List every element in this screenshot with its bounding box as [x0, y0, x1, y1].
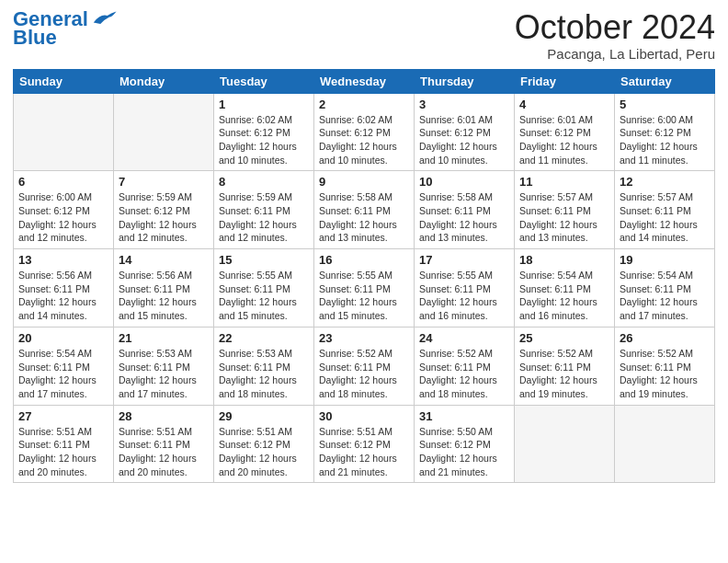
- day-cell: 27Sunrise: 5:51 AM Sunset: 6:11 PM Dayli…: [14, 405, 114, 483]
- calendar-header-row: SundayMondayTuesdayWednesdayThursdayFrid…: [14, 69, 715, 93]
- day-number: 24: [419, 331, 509, 345]
- day-number: 27: [18, 409, 108, 423]
- day-cell: 10Sunrise: 5:58 AM Sunset: 6:11 PM Dayli…: [415, 171, 515, 249]
- day-cell: 6Sunrise: 6:00 AM Sunset: 6:12 PM Daylig…: [14, 171, 114, 249]
- day-cell: 23Sunrise: 5:52 AM Sunset: 6:11 PM Dayli…: [314, 327, 415, 405]
- day-number: 20: [18, 331, 108, 345]
- header: General Blue October 2024 Pacanga, La Li…: [13, 9, 715, 62]
- day-cell: 9Sunrise: 5:58 AM Sunset: 6:11 PM Daylig…: [314, 171, 415, 249]
- day-number: 30: [319, 409, 409, 423]
- day-number: 2: [319, 98, 409, 111]
- day-cell: [515, 405, 615, 483]
- day-info: Sunrise: 5:58 AM Sunset: 6:11 PM Dayligh…: [419, 190, 509, 245]
- day-info: Sunrise: 6:01 AM Sunset: 6:12 PM Dayligh…: [519, 113, 609, 167]
- day-number: 9: [319, 175, 409, 189]
- day-cell: [114, 93, 214, 171]
- day-header-sunday: Sunday: [14, 69, 114, 93]
- day-number: 7: [119, 175, 209, 189]
- day-info: Sunrise: 5:50 AM Sunset: 6:12 PM Dayligh…: [419, 425, 509, 479]
- month-title: October 2024: [515, 9, 715, 46]
- day-cell: 18Sunrise: 5:54 AM Sunset: 6:11 PM Dayli…: [515, 249, 615, 327]
- day-cell: 24Sunrise: 5:52 AM Sunset: 6:11 PM Dayli…: [415, 327, 515, 405]
- day-number: 29: [219, 409, 309, 423]
- day-info: Sunrise: 6:02 AM Sunset: 6:12 PM Dayligh…: [219, 113, 309, 167]
- day-cell: 21Sunrise: 5:53 AM Sunset: 6:11 PM Dayli…: [114, 327, 214, 405]
- day-cell: 30Sunrise: 5:51 AM Sunset: 6:12 PM Dayli…: [314, 405, 415, 483]
- day-number: 8: [219, 175, 309, 189]
- day-header-monday: Monday: [114, 69, 214, 93]
- day-number: 19: [620, 253, 710, 267]
- day-info: Sunrise: 6:00 AM Sunset: 6:12 PM Dayligh…: [18, 190, 108, 245]
- day-number: 28: [119, 409, 209, 423]
- day-cell: 5Sunrise: 6:00 AM Sunset: 6:12 PM Daylig…: [615, 93, 715, 171]
- day-cell: 1Sunrise: 6:02 AM Sunset: 6:12 PM Daylig…: [214, 93, 314, 171]
- day-cell: [14, 93, 114, 171]
- day-info: Sunrise: 5:58 AM Sunset: 6:11 PM Dayligh…: [319, 190, 409, 245]
- day-cell: 13Sunrise: 5:56 AM Sunset: 6:11 PM Dayli…: [14, 249, 114, 327]
- day-number: 25: [519, 331, 609, 345]
- day-info: Sunrise: 5:54 AM Sunset: 6:11 PM Dayligh…: [519, 269, 609, 323]
- title-area: October 2024 Pacanga, La Libertad, Peru: [515, 9, 715, 62]
- day-cell: 16Sunrise: 5:55 AM Sunset: 6:11 PM Dayli…: [314, 249, 415, 327]
- day-cell: 11Sunrise: 5:57 AM Sunset: 6:11 PM Dayli…: [515, 171, 615, 249]
- logo-bird-icon: [90, 10, 118, 27]
- day-number: 22: [219, 331, 309, 345]
- day-number: 3: [419, 98, 509, 111]
- day-info: Sunrise: 5:54 AM Sunset: 6:11 PM Dayligh…: [18, 347, 108, 401]
- day-number: 18: [519, 253, 609, 267]
- day-number: 17: [419, 253, 509, 267]
- day-cell: 19Sunrise: 5:54 AM Sunset: 6:11 PM Dayli…: [615, 249, 715, 327]
- day-header-tuesday: Tuesday: [214, 69, 314, 93]
- day-number: 10: [419, 175, 509, 189]
- day-number: 16: [319, 253, 409, 267]
- day-cell: 14Sunrise: 5:56 AM Sunset: 6:11 PM Dayli…: [114, 249, 214, 327]
- day-header-saturday: Saturday: [615, 69, 715, 93]
- day-info: Sunrise: 6:01 AM Sunset: 6:12 PM Dayligh…: [419, 113, 509, 167]
- location-subtitle: Pacanga, La Libertad, Peru: [515, 46, 715, 62]
- day-cell: 22Sunrise: 5:53 AM Sunset: 6:11 PM Dayli…: [214, 327, 314, 405]
- day-number: 11: [519, 175, 609, 189]
- day-header-friday: Friday: [515, 69, 615, 93]
- day-number: 26: [620, 331, 710, 345]
- day-info: Sunrise: 5:52 AM Sunset: 6:11 PM Dayligh…: [319, 347, 409, 401]
- day-number: 12: [620, 175, 710, 189]
- day-number: 15: [219, 253, 309, 267]
- day-info: Sunrise: 5:56 AM Sunset: 6:11 PM Dayligh…: [18, 269, 108, 323]
- day-info: Sunrise: 5:55 AM Sunset: 6:11 PM Dayligh…: [319, 269, 409, 323]
- day-cell: 17Sunrise: 5:55 AM Sunset: 6:11 PM Dayli…: [415, 249, 515, 327]
- logo: General Blue: [13, 9, 118, 48]
- day-info: Sunrise: 5:57 AM Sunset: 6:11 PM Dayligh…: [519, 190, 609, 245]
- day-cell: 29Sunrise: 5:51 AM Sunset: 6:12 PM Dayli…: [214, 405, 314, 483]
- day-cell: 15Sunrise: 5:55 AM Sunset: 6:11 PM Dayli…: [214, 249, 314, 327]
- day-cell: 26Sunrise: 5:52 AM Sunset: 6:11 PM Dayli…: [615, 327, 715, 405]
- day-cell: 3Sunrise: 6:01 AM Sunset: 6:12 PM Daylig…: [415, 93, 515, 171]
- day-info: Sunrise: 5:52 AM Sunset: 6:11 PM Dayligh…: [419, 347, 509, 401]
- day-info: Sunrise: 5:52 AM Sunset: 6:11 PM Dayligh…: [519, 347, 609, 401]
- day-number: 14: [119, 253, 209, 267]
- logo-blue: Blue: [13, 28, 57, 48]
- day-number: 31: [419, 409, 509, 423]
- day-header-wednesday: Wednesday: [314, 69, 415, 93]
- day-number: 6: [18, 175, 108, 189]
- day-number: 23: [319, 331, 409, 345]
- day-info: Sunrise: 5:54 AM Sunset: 6:11 PM Dayligh…: [620, 269, 710, 323]
- day-info: Sunrise: 5:53 AM Sunset: 6:11 PM Dayligh…: [219, 347, 309, 401]
- day-cell: 20Sunrise: 5:54 AM Sunset: 6:11 PM Dayli…: [14, 327, 114, 405]
- day-info: Sunrise: 5:55 AM Sunset: 6:11 PM Dayligh…: [419, 269, 509, 323]
- day-cell: 2Sunrise: 6:02 AM Sunset: 6:12 PM Daylig…: [314, 93, 415, 171]
- week-row-5: 27Sunrise: 5:51 AM Sunset: 6:11 PM Dayli…: [14, 405, 715, 483]
- day-cell: 31Sunrise: 5:50 AM Sunset: 6:12 PM Dayli…: [415, 405, 515, 483]
- day-info: Sunrise: 6:02 AM Sunset: 6:12 PM Dayligh…: [319, 113, 409, 167]
- day-info: Sunrise: 6:00 AM Sunset: 6:12 PM Dayligh…: [620, 113, 710, 167]
- day-info: Sunrise: 5:51 AM Sunset: 6:11 PM Dayligh…: [18, 425, 108, 479]
- week-row-2: 6Sunrise: 6:00 AM Sunset: 6:12 PM Daylig…: [14, 171, 715, 249]
- day-info: Sunrise: 5:57 AM Sunset: 6:11 PM Dayligh…: [620, 190, 710, 245]
- day-info: Sunrise: 5:51 AM Sunset: 6:12 PM Dayligh…: [319, 425, 409, 479]
- week-row-1: 1Sunrise: 6:02 AM Sunset: 6:12 PM Daylig…: [14, 93, 715, 171]
- day-info: Sunrise: 5:59 AM Sunset: 6:12 PM Dayligh…: [119, 190, 209, 245]
- day-info: Sunrise: 5:59 AM Sunset: 6:11 PM Dayligh…: [219, 190, 309, 245]
- day-number: 4: [519, 98, 609, 111]
- day-cell: [615, 405, 715, 483]
- day-info: Sunrise: 5:52 AM Sunset: 6:11 PM Dayligh…: [620, 347, 710, 401]
- day-header-thursday: Thursday: [415, 69, 515, 93]
